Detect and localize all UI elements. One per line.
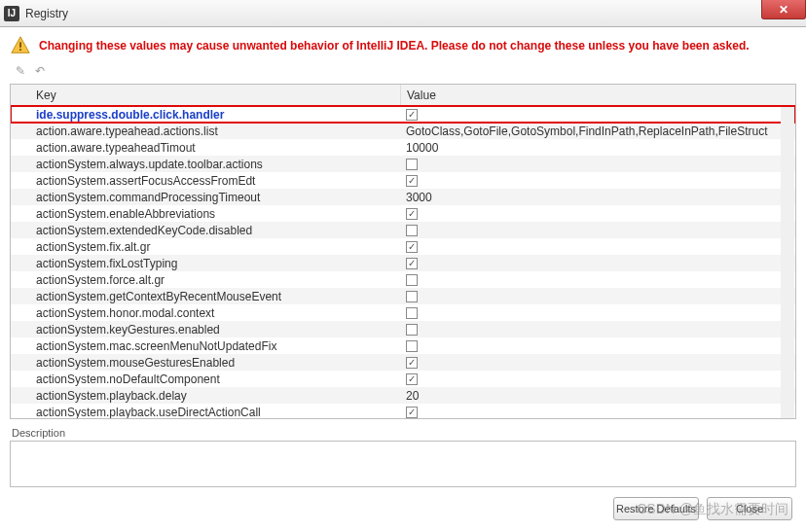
table-row[interactable]: actionSystem.keyGestures.enabled: [11, 321, 795, 337]
table-row[interactable]: actionSystem.honor.modal.context: [11, 304, 795, 321]
svg-rect-1: [19, 49, 21, 51]
table-row[interactable]: action.aware.typeaheadTimout10000: [11, 139, 795, 156]
row-value[interactable]: [400, 357, 795, 369]
row-key: actionSystem.honor.modal.context: [11, 306, 400, 320]
row-value[interactable]: [400, 175, 795, 187]
checkbox[interactable]: [406, 175, 418, 187]
row-key: actionSystem.always.update.toolbar.actio…: [11, 158, 400, 171]
checkbox[interactable]: [406, 159, 418, 170]
undo-icon[interactable]: ↶: [35, 64, 45, 78]
description-box: [10, 441, 796, 487]
row-value[interactable]: [400, 291, 795, 302]
window-title: Registry: [25, 7, 68, 20]
row-value[interactable]: GotoClass,GotoFile,GotoSymbol,FindInPath…: [400, 124, 795, 138]
close-icon: ✕: [779, 3, 788, 17]
checkbox[interactable]: [406, 324, 418, 336]
registry-table: Key Value ide.suppress.double.click.hand…: [10, 84, 796, 419]
checkbox[interactable]: [406, 373, 418, 385]
row-value[interactable]: [400, 258, 795, 269]
checkbox[interactable]: [406, 357, 418, 369]
warning-text: Changing these values may cause unwanted…: [39, 39, 750, 53]
checkbox[interactable]: [406, 225, 418, 236]
row-key: actionSystem.assertFocusAccessFromEdt: [11, 174, 400, 188]
titlebar: IJ Registry ✕: [0, 0, 806, 27]
row-value[interactable]: [400, 340, 795, 352]
row-key: actionSystem.keyGestures.enabled: [11, 323, 400, 337]
table-row[interactable]: actionSystem.commandProcessingTimeout300…: [11, 189, 795, 205]
table-row[interactable]: actionSystem.enableAbbreviations: [11, 205, 795, 222]
checkbox[interactable]: [406, 208, 418, 220]
row-key: actionSystem.force.alt.gr: [11, 273, 400, 287]
row-value[interactable]: 20: [400, 389, 795, 403]
row-key: actionSystem.playback.delay: [11, 389, 400, 403]
table-row[interactable]: actionSystem.extendedKeyCode.disabled: [11, 222, 795, 238]
row-value[interactable]: [400, 373, 795, 385]
table-row[interactable]: actionSystem.fixLostTyping: [11, 255, 795, 271]
row-value[interactable]: [400, 241, 795, 253]
row-value[interactable]: [400, 274, 795, 286]
table-row[interactable]: action.aware.typeahead.actions.listGotoC…: [11, 123, 795, 139]
table-row[interactable]: actionSystem.playback.useDirectActionCal…: [11, 404, 795, 419]
warning-icon: [10, 35, 31, 56]
row-key: actionSystem.commandProcessingTimeout: [11, 191, 400, 204]
row-key: actionSystem.mac.screenMenuNotUpdatedFix: [11, 339, 400, 353]
row-key: action.aware.typeaheadTimout: [11, 141, 400, 155]
toolbar: ✎ ↶: [10, 62, 796, 84]
checkbox[interactable]: [406, 291, 418, 302]
row-key: action.aware.typeahead.actions.list: [11, 124, 400, 138]
restore-defaults-button[interactable]: Restore Defaults: [613, 497, 699, 520]
row-value[interactable]: 3000: [400, 191, 795, 204]
close-button[interactable]: Close: [707, 497, 792, 520]
row-value[interactable]: 10000: [400, 141, 795, 155]
table-row[interactable]: actionSystem.force.alt.gr: [11, 271, 795, 288]
checkbox[interactable]: [406, 258, 418, 269]
row-value[interactable]: [400, 324, 795, 336]
row-key: actionSystem.getContextByRecentMouseEven…: [11, 290, 400, 303]
table-body: ide.suppress.double.click.handleraction.…: [11, 106, 795, 419]
row-value[interactable]: [400, 159, 795, 170]
description-section: Description: [10, 427, 796, 487]
row-key: actionSystem.mouseGesturesEnabled: [11, 356, 400, 370]
row-value[interactable]: [400, 208, 795, 220]
description-label: Description: [10, 427, 796, 439]
checkbox[interactable]: [406, 274, 418, 286]
row-key: actionSystem.enableAbbreviations: [11, 207, 400, 221]
checkbox[interactable]: [406, 109, 418, 121]
row-value[interactable]: [400, 307, 795, 319]
table-row[interactable]: actionSystem.playback.delay20: [11, 387, 795, 404]
row-key: actionSystem.noDefaultComponent: [11, 372, 400, 386]
table-row[interactable]: actionSystem.assertFocusAccessFromEdt: [11, 172, 795, 189]
row-value[interactable]: [400, 109, 795, 121]
table-row[interactable]: actionSystem.mouseGesturesEnabled: [11, 354, 795, 371]
dialog-buttons: Restore Defaults Close: [10, 487, 796, 528]
table-row[interactable]: actionSystem.always.update.toolbar.actio…: [11, 156, 795, 172]
checkbox[interactable]: [406, 307, 418, 319]
table-header: Key Value: [11, 85, 795, 106]
close-window-button[interactable]: ✕: [761, 0, 806, 19]
table-row[interactable]: actionSystem.mac.screenMenuNotUpdatedFix: [11, 337, 795, 354]
table-row[interactable]: actionSystem.noDefaultComponent: [11, 371, 795, 387]
column-header-key[interactable]: Key: [11, 89, 400, 102]
row-key: actionSystem.fixLostTyping: [11, 257, 400, 270]
table-row[interactable]: actionSystem.getContextByRecentMouseEven…: [11, 288, 795, 304]
checkbox[interactable]: [406, 407, 418, 418]
column-header-value[interactable]: Value: [400, 85, 795, 105]
row-key: actionSystem.playback.useDirectActionCal…: [11, 406, 400, 419]
table-row[interactable]: actionSystem.fix.alt.gr: [11, 238, 795, 255]
app-icon: IJ: [4, 6, 19, 21]
checkbox[interactable]: [406, 340, 418, 352]
checkbox[interactable]: [406, 241, 418, 253]
scrollbar[interactable]: [781, 107, 794, 418]
row-key: actionSystem.fix.alt.gr: [11, 240, 400, 254]
row-value[interactable]: [400, 225, 795, 236]
row-value[interactable]: [400, 407, 795, 418]
svg-rect-0: [19, 42, 21, 48]
row-key: ide.suppress.double.click.handler: [11, 108, 400, 122]
edit-icon[interactable]: ✎: [16, 64, 25, 78]
table-row[interactable]: ide.suppress.double.click.handler: [11, 106, 795, 123]
row-key: actionSystem.extendedKeyCode.disabled: [11, 224, 400, 237]
warning-banner: Changing these values may cause unwanted…: [10, 35, 796, 56]
